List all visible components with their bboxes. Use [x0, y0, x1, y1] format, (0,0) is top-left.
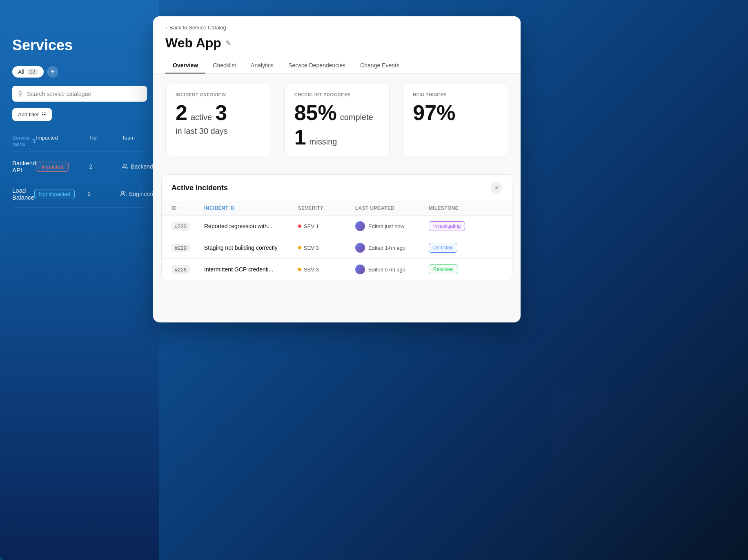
- last-updated-text: Edited 14m ago: [368, 245, 405, 251]
- filter-icon: ☷: [41, 111, 46, 118]
- severity-cell: SEV 3: [298, 245, 355, 251]
- stat-label: CHECKLIST PROGRESS: [294, 92, 380, 97]
- milestone-badge: Resolved: [429, 264, 458, 274]
- th-milestone: Milestone: [429, 205, 502, 211]
- incident-id: #229: [171, 244, 190, 252]
- tab-change-events[interactable]: Change Events: [353, 58, 407, 73]
- page-title-row: Web App ✎: [165, 36, 508, 51]
- impacted-badge: Not impacted: [34, 189, 75, 199]
- incident-id: #228: [171, 265, 190, 274]
- list-item[interactable]: Load Balance Not impacted 2 Engineering: [12, 180, 147, 208]
- team-icon: [122, 163, 128, 170]
- tab-checklist[interactable]: Checklist: [205, 58, 243, 73]
- severity-dot: [298, 268, 301, 271]
- severity-label: SEV 1: [304, 223, 319, 229]
- edit-icon[interactable]: ✎: [225, 39, 232, 48]
- services-table-header: Service name ⇅ Impacted Tier Team: [12, 131, 147, 151]
- th-incident[interactable]: Incident ⇅: [204, 205, 298, 211]
- stat-big-value: 1: [294, 127, 306, 148]
- incident-id-cell: #228: [171, 265, 204, 274]
- service-rows: Backend API Impacted 2 Backend Load Bala…: [12, 153, 147, 208]
- breadcrumb-link[interactable]: Back to Service Catalog: [169, 24, 226, 31]
- filter-count: 12: [27, 69, 38, 75]
- search-icon: ⚲: [18, 90, 23, 98]
- stat-big-value: 2: [176, 102, 187, 123]
- incident-rows: #230 Reported regression with... SEV 1 E…: [162, 216, 512, 280]
- avatar: [355, 243, 365, 253]
- col-impacted: Impacted: [36, 135, 89, 147]
- severity-label: SEV 3: [304, 245, 319, 251]
- close-button[interactable]: ×: [491, 182, 502, 193]
- tab-overview[interactable]: Overview: [165, 58, 205, 73]
- breadcrumb: ‹ Back to Service Catalog: [165, 24, 508, 31]
- th-severity: Severity: [298, 205, 355, 211]
- list-item[interactable]: Backend API Impacted 2 Backend: [12, 153, 147, 180]
- stat-label: HEALTHINESS: [413, 92, 498, 97]
- incidents-header: Active Incidents ×: [162, 175, 512, 201]
- stats-row: INCIDENT OVERVIEW2active3in last 30 days…: [153, 74, 521, 166]
- add-filter-button[interactable]: Add filter ☷: [12, 108, 52, 121]
- stat-card-1: CHECKLIST PROGRESS85%complete1missing: [284, 84, 390, 156]
- incidents-table: ID Incident ⇅ Severity Last Updated Mile…: [162, 201, 512, 280]
- severity-label: SEV 3: [304, 267, 319, 273]
- last-updated-text: Edited 57m ago: [368, 267, 405, 273]
- milestone-badge: Detected: [429, 243, 457, 253]
- table-row[interactable]: #230 Reported regression with... SEV 1 E…: [162, 216, 512, 237]
- avatar: [355, 221, 365, 231]
- stat-value-row: 85%complete1missing: [294, 102, 380, 148]
- sidebar-title: Services: [12, 37, 147, 54]
- impacted-cell: Impacted: [36, 162, 89, 172]
- incident-id: #230: [171, 222, 190, 231]
- incident-name: Staging not building correctly: [204, 244, 298, 251]
- severity-dot: [298, 246, 301, 249]
- th-last-updated: Last Updated: [355, 205, 429, 211]
- incident-name: Reported regression with...: [204, 223, 298, 229]
- filter-all-label: All: [18, 69, 24, 75]
- sort-chevron: ⇅: [230, 205, 234, 211]
- add-filter-label: Add filter: [18, 111, 39, 118]
- last-updated-cell: Edited 14m ago: [355, 243, 429, 253]
- last-updated-cell: Edited 57m ago: [355, 264, 429, 274]
- service-name-cell: Load Balance: [12, 187, 34, 201]
- search-input[interactable]: [27, 91, 141, 97]
- milestone-badge: Investigating: [429, 221, 465, 231]
- tier-cell: 2: [87, 191, 120, 197]
- col-service-name[interactable]: Service name ⇅: [12, 135, 36, 147]
- sort-icon: ⇅: [31, 138, 36, 144]
- impacted-cell: Not impacted: [34, 189, 87, 199]
- svg-point-0: [123, 164, 125, 166]
- stat-suffix: complete: [340, 113, 373, 122]
- sidebar: Services All 12 + ⚲ Add filter ☷ Service…: [0, 0, 159, 560]
- severity-dot: [298, 224, 301, 228]
- stat-big-value: 3: [215, 102, 227, 123]
- team-icon: [120, 191, 127, 197]
- filter-tab-all[interactable]: All 12: [12, 66, 44, 78]
- table-row[interactable]: #228 Intermittent GCP credenti... SEV 3 …: [162, 259, 512, 280]
- tab-analytics[interactable]: Analytics: [243, 58, 281, 73]
- stat-big-value: 97%: [413, 102, 455, 123]
- stat-value-row: 97%: [413, 102, 498, 123]
- page-title: Web App: [165, 36, 221, 51]
- milestone-cell: Investigating: [429, 221, 502, 231]
- stat-card-2: HEALTHINESS97%: [403, 84, 508, 156]
- milestone-cell: Resolved: [429, 264, 502, 274]
- severity-cell: SEV 3: [298, 267, 355, 273]
- breadcrumb-chevron: ‹: [165, 25, 167, 31]
- stat-suffix: in last 30 days: [176, 127, 228, 136]
- table-row[interactable]: #229 Staging not building correctly SEV …: [162, 237, 512, 259]
- milestone-cell: Detected: [429, 243, 502, 253]
- severity-cell: SEV 1: [298, 223, 355, 229]
- stat-suffix: missing: [309, 137, 337, 147]
- th-id: ID: [171, 205, 204, 211]
- service-name-cell: Backend API: [12, 160, 36, 173]
- stat-card-0: INCIDENT OVERVIEW2active3in last 30 days: [165, 84, 271, 156]
- filter-tabs: All 12 +: [12, 66, 147, 78]
- tab-service-dependencies[interactable]: Service Dependencies: [281, 58, 353, 73]
- incidents-title: Active Incidents: [171, 184, 228, 192]
- incident-id-cell: #230: [171, 222, 204, 231]
- stat-big-value: 85%: [294, 102, 337, 123]
- filter-add-button[interactable]: +: [47, 66, 58, 78]
- stat-label: INCIDENT OVERVIEW: [176, 92, 261, 97]
- main-panel: ‹ Back to Service Catalog Web App ✎ Over…: [153, 16, 521, 322]
- incident-name: Intermittent GCP credenti...: [204, 266, 298, 273]
